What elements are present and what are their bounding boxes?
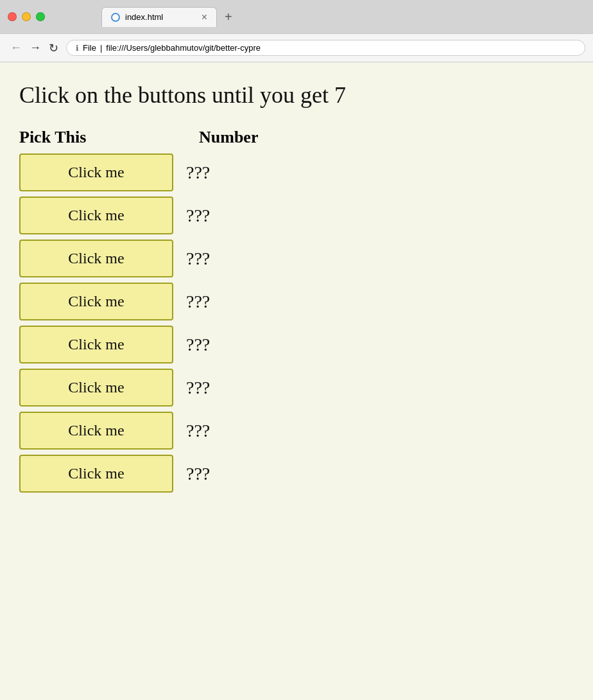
number-display-0: ??? — [186, 162, 210, 183]
page-title: Click on the buttons until you get 7 — [19, 82, 574, 109]
browser-chrome: index.html × + ← → ↻ ℹ File | file:///Us… — [0, 0, 593, 62]
click-button-5[interactable]: Click me — [19, 369, 173, 407]
button-rows: Click me???Click me???Click me???Click m… — [19, 153, 574, 493]
tab-close-button[interactable]: × — [202, 12, 207, 23]
button-row: Click me??? — [19, 283, 574, 320]
table-container: Pick This Number Click me???Click me???C… — [19, 128, 574, 493]
number-display-3: ??? — [186, 292, 210, 312]
back-button[interactable]: ← — [8, 40, 24, 56]
button-row: Click me??? — [19, 326, 574, 363]
col-pick-header: Pick This — [19, 128, 199, 147]
close-traffic-light[interactable] — [8, 12, 17, 21]
address-info-icon: ℹ — [76, 44, 79, 53]
new-tab-button[interactable]: + — [218, 7, 239, 27]
col-number-header: Number — [199, 128, 258, 147]
traffic-lights — [8, 12, 45, 21]
address-url: file:///Users/glebbahmutov/git/better-cy… — [106, 43, 261, 53]
click-button-2[interactable]: Click me — [19, 240, 173, 277]
number-display-4: ??? — [186, 335, 210, 355]
number-display-7: ??? — [186, 464, 210, 484]
tab-label: index.html — [125, 12, 163, 22]
click-button-0[interactable]: Click me — [19, 153, 173, 191]
click-button-7[interactable]: Click me — [19, 455, 173, 493]
number-display-2: ??? — [186, 249, 210, 269]
button-row: Click me??? — [19, 240, 574, 277]
tab-bar: index.html × + — [63, 7, 277, 27]
address-bar[interactable]: ℹ File | file:///Users/glebbahmutov/git/… — [66, 40, 585, 56]
title-bar: index.html × + — [0, 0, 593, 33]
forward-button[interactable]: → — [27, 40, 44, 56]
button-row: Click me??? — [19, 369, 574, 407]
active-tab[interactable]: index.html × — [101, 7, 217, 27]
button-row: Click me??? — [19, 455, 574, 493]
number-display-1: ??? — [186, 206, 210, 226]
svg-point-0 — [112, 14, 119, 21]
page-content: Click on the buttons until you get 7 Pic… — [0, 62, 593, 700]
address-separator: | — [100, 43, 102, 53]
reload-button[interactable]: ↻ — [46, 40, 61, 57]
number-display-5: ??? — [186, 378, 210, 398]
address-bar-row: ← → ↻ ℹ File | file:///Users/glebbahmuto… — [0, 33, 593, 62]
button-row: Click me??? — [19, 412, 574, 450]
minimize-traffic-light[interactable] — [22, 12, 31, 21]
button-row: Click me??? — [19, 153, 574, 191]
click-button-6[interactable]: Click me — [19, 412, 173, 450]
table-header: Pick This Number — [19, 128, 574, 147]
button-row: Click me??? — [19, 197, 574, 234]
maximize-traffic-light[interactable] — [36, 12, 45, 21]
click-button-3[interactable]: Click me — [19, 283, 173, 320]
number-display-6: ??? — [186, 421, 210, 441]
nav-buttons: ← → ↻ — [8, 40, 61, 57]
click-button-4[interactable]: Click me — [19, 326, 173, 363]
address-protocol: File — [83, 43, 96, 53]
tab-favicon — [111, 13, 120, 22]
click-button-1[interactable]: Click me — [19, 197, 173, 234]
